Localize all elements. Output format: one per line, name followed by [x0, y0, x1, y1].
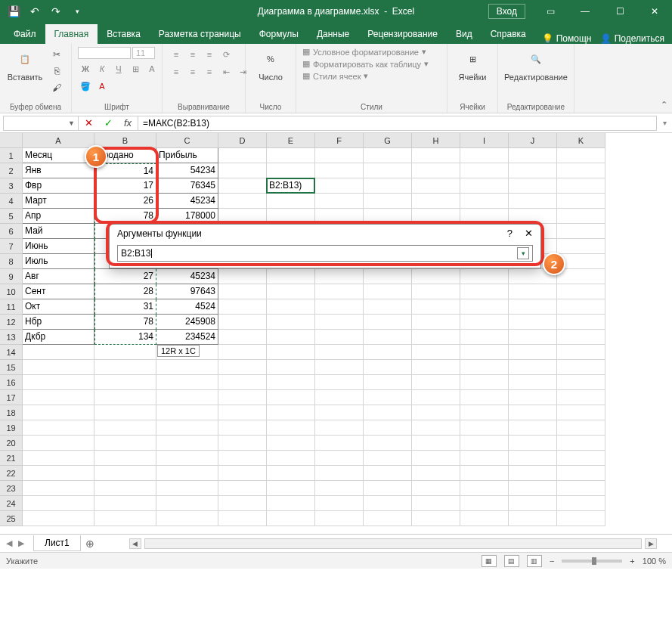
row-header-8[interactable]: 8	[0, 254, 23, 269]
cell-I21[interactable]	[460, 451, 509, 466]
cell-E23[interactable]	[267, 481, 315, 496]
column-header-G[interactable]: G	[364, 133, 412, 148]
cell-J15[interactable]	[509, 360, 557, 375]
cell-K25[interactable]	[557, 511, 605, 526]
cell-I2[interactable]	[460, 163, 509, 178]
cell-A22[interactable]	[23, 466, 94, 481]
cell-C20[interactable]	[156, 436, 218, 451]
fx-icon[interactable]: fx	[118, 116, 138, 131]
cell-K18[interactable]	[557, 405, 605, 420]
cell-A24[interactable]	[23, 496, 94, 511]
dialog-collapse-icon[interactable]: ▾	[517, 247, 529, 259]
cell-I16[interactable]	[460, 375, 509, 390]
cell-F17[interactable]	[315, 390, 364, 405]
cell-B17[interactable]	[94, 390, 156, 405]
cell-H22[interactable]	[412, 466, 460, 481]
cell-B9[interactable]: 27	[94, 269, 156, 284]
row-header-1[interactable]: 1	[0, 148, 23, 163]
cell-G22[interactable]	[364, 466, 412, 481]
column-header-K[interactable]: K	[557, 133, 605, 148]
cell-A9[interactable]: Авг	[23, 269, 94, 284]
view-pagelayout-icon[interactable]: ▤	[504, 555, 519, 567]
cell-G21[interactable]	[364, 451, 412, 466]
cell-K10[interactable]	[557, 284, 605, 299]
cell-A6[interactable]: Май	[23, 224, 94, 239]
cell-K5[interactable]	[557, 209, 605, 224]
cell-K4[interactable]	[557, 194, 605, 209]
cell-K1[interactable]	[557, 148, 605, 163]
cell-D9[interactable]	[218, 269, 267, 284]
close-icon[interactable]: ✕	[637, 0, 672, 23]
cell-H14[interactable]	[412, 345, 460, 360]
cell-B19[interactable]	[94, 420, 156, 436]
cell-E22[interactable]	[267, 466, 315, 481]
cell-C21[interactable]	[156, 451, 218, 466]
cell-H12[interactable]	[412, 315, 460, 330]
number-format-button[interactable]: % Число	[252, 47, 290, 82]
cell-B14[interactable]	[94, 345, 156, 360]
cell-E15[interactable]	[267, 360, 315, 375]
cell-F13[interactable]	[315, 330, 364, 345]
cell-K17[interactable]	[557, 390, 605, 405]
cell-A14[interactable]	[23, 345, 94, 360]
row-header-22[interactable]: 22	[0, 466, 23, 481]
cell-J5[interactable]	[509, 209, 557, 224]
row-header-5[interactable]: 5	[0, 209, 23, 224]
cell-J2[interactable]	[509, 163, 557, 178]
cell-H17[interactable]	[412, 390, 460, 405]
cell-D5[interactable]	[218, 209, 267, 224]
cell-J23[interactable]	[509, 481, 557, 496]
cell-C17[interactable]	[156, 390, 218, 405]
row-header-24[interactable]: 24	[0, 496, 23, 511]
cell-C4[interactable]: 45234	[156, 194, 218, 209]
cell-H1[interactable]	[412, 148, 460, 163]
cell-F18[interactable]	[315, 405, 364, 420]
cell-D20[interactable]	[218, 436, 267, 451]
cell-G13[interactable]	[364, 330, 412, 345]
row-header-19[interactable]: 19	[0, 420, 23, 436]
cell-C23[interactable]	[156, 481, 218, 496]
cell-K11[interactable]	[557, 299, 605, 315]
cell-G23[interactable]	[364, 481, 412, 496]
undo-icon[interactable]: ↶	[26, 2, 44, 20]
maximize-icon[interactable]: ☐	[602, 0, 637, 23]
cell-J20[interactable]	[509, 436, 557, 451]
cell-K3[interactable]	[557, 178, 605, 194]
cell-E16[interactable]	[267, 375, 315, 390]
format-as-table-button[interactable]: ▦ Форматировать как таблицу ▾	[302, 59, 429, 69]
cell-H21[interactable]	[412, 451, 460, 466]
cell-G25[interactable]	[364, 511, 412, 526]
row-header-3[interactable]: 3	[0, 178, 23, 194]
cell-G5[interactable]	[364, 209, 412, 224]
cell-F10[interactable]	[315, 284, 364, 299]
format-painter-icon[interactable]: 🖌	[48, 80, 65, 95]
cell-B12[interactable]: 78	[94, 315, 156, 330]
cell-F12[interactable]	[315, 315, 364, 330]
cell-E10[interactable]	[267, 284, 315, 299]
cell-F21[interactable]	[315, 451, 364, 466]
function-arguments-dialog[interactable]: Аргументы функции ? ✕ B2:B13 ▾	[109, 224, 541, 268]
cell-A17[interactable]	[23, 390, 94, 405]
cell-K13[interactable]	[557, 330, 605, 345]
cell-F5[interactable]	[315, 209, 364, 224]
cell-F25[interactable]	[315, 511, 364, 526]
view-pagebreak-icon[interactable]: ▥	[527, 555, 542, 567]
view-normal-icon[interactable]: ▦	[482, 555, 497, 567]
cell-B2[interactable]: 14	[94, 163, 156, 178]
cell-D19[interactable]	[218, 420, 267, 436]
hscroll-left-icon[interactable]: ◀	[129, 538, 141, 549]
cell-G18[interactable]	[364, 405, 412, 420]
cell-A2[interactable]: Янв	[23, 163, 94, 178]
column-header-C[interactable]: C	[156, 133, 218, 148]
cell-E17[interactable]	[267, 390, 315, 405]
name-box-dropdown-icon[interactable]: ▼	[68, 119, 75, 127]
horizontal-scrollbar[interactable]	[144, 538, 642, 549]
cell-G9[interactable]	[364, 269, 412, 284]
sheet-nav-prev-icon[interactable]: ◀	[6, 538, 12, 548]
select-all-corner[interactable]	[0, 133, 23, 148]
border-icon[interactable]: ⊞	[128, 61, 143, 76]
cell-K15[interactable]	[557, 360, 605, 375]
dialog-close-icon[interactable]: ✕	[525, 228, 533, 239]
cell-F16[interactable]	[315, 375, 364, 390]
cell-F24[interactable]	[315, 496, 364, 511]
